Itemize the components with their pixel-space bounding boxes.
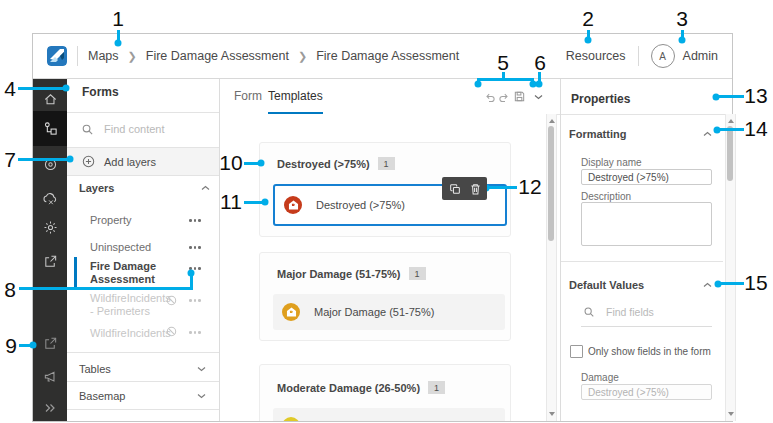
breadcrumb-maps[interactable]: Maps [88, 49, 119, 63]
add-layers-button[interactable]: Add layers [67, 148, 219, 175]
geofence-target-icon[interactable] [33, 149, 67, 179]
tables-section-header[interactable]: Tables [79, 363, 111, 375]
destroyed-symbol-icon [284, 196, 302, 214]
template-group-major-damage: Major Damage (51-75%) 1 Major Damage (51… [259, 252, 511, 341]
delete-icon[interactable] [470, 183, 481, 195]
redo-icon[interactable] [498, 92, 510, 103]
layer-item-wildfire-perimeters[interactable]: WildfireIncidents - Perimeters [90, 292, 168, 318]
callout-line [721, 282, 744, 285]
callout-line [18, 158, 68, 161]
chevron-up-icon[interactable] [703, 131, 712, 137]
damage-field-label: Damage [581, 372, 619, 383]
callout-number: 8 [4, 278, 16, 302]
settings-gear-icon[interactable] [33, 212, 67, 242]
display-name-label: Display name [581, 157, 642, 168]
basemap-section-header[interactable]: Basemap [79, 390, 125, 402]
callout-number: 9 [5, 334, 17, 358]
callout-number: 1 [112, 7, 124, 31]
callout-number: 2 [582, 7, 594, 31]
display-name-input[interactable] [581, 169, 712, 185]
save-icon[interactable] [513, 90, 526, 103]
callout-line [477, 78, 534, 81]
template-hover-toolbar [442, 177, 487, 200]
callout-number: 3 [676, 7, 688, 31]
callout-number: 4 [4, 77, 16, 101]
template-item-moderate-damage[interactable]: Moderate Damage (26-50%) [273, 408, 505, 421]
description-label: Description [581, 191, 631, 202]
forms-icon[interactable] [33, 111, 67, 146]
description-input[interactable] [581, 202, 712, 246]
tab-bar: Form Templates [220, 79, 560, 115]
undo-icon[interactable] [484, 92, 496, 103]
callout-dot [115, 40, 122, 47]
search-icon [81, 123, 94, 136]
plus-circle-icon [82, 155, 95, 168]
user-name: Admin [683, 49, 718, 63]
duplicate-icon[interactable] [449, 183, 461, 195]
offline-cloud-icon[interactable] [33, 183, 67, 213]
formatting-section-header[interactable]: Formatting [569, 128, 626, 140]
layer-item-uninspected[interactable]: Uninspected [90, 241, 151, 254]
layer-options-icon[interactable] [189, 246, 201, 249]
find-fields-input[interactable] [604, 305, 709, 319]
only-show-fields-checkbox[interactable] [570, 345, 583, 358]
feedback-megaphone-icon[interactable] [33, 361, 67, 391]
find-fields-search[interactable] [583, 305, 709, 319]
breadcrumb-map-name[interactable]: Fire Damage Assessment [146, 49, 289, 63]
resources-link[interactable]: Resources [566, 49, 626, 63]
breadcrumb-chevron-icon: ❯ [128, 50, 137, 63]
search-input[interactable] [102, 122, 209, 136]
templates-list: Destroyed (>75%) 1 Destroyed (>75%) [220, 114, 546, 421]
chevron-up-icon[interactable] [201, 185, 210, 191]
layer-item-fire-damage-assessment[interactable]: Fire Damage Assessment [90, 260, 182, 286]
user-menu[interactable]: A Admin [651, 44, 718, 68]
callout-dot [536, 81, 543, 88]
arcgis-logo [47, 46, 67, 66]
template-group-moderate-damage: Moderate Damage (26-50%) 1 Moderate Dama… [259, 364, 511, 421]
launch-icon[interactable] [33, 328, 67, 358]
callout-dot [188, 270, 195, 277]
callout-dot [258, 160, 265, 167]
add-layers-label: Add layers [104, 156, 156, 168]
chevron-up-icon[interactable] [703, 282, 712, 288]
chevron-down-icon[interactable] [534, 94, 543, 100]
properties-panel-title: Properties [571, 92, 630, 106]
callout-number: 14 [744, 117, 767, 141]
layer-options-icon[interactable] [189, 219, 201, 222]
callout-dot [679, 37, 686, 44]
templates-panel: Form Templates [220, 79, 561, 421]
layer-item-property[interactable]: Property [90, 214, 132, 227]
chevron-down-icon[interactable] [197, 366, 206, 372]
group-label: Destroyed (>75%) [277, 158, 370, 170]
callout-line [244, 201, 263, 204]
not-allowed-icon [166, 295, 177, 306]
callout-number: 12 [518, 175, 541, 199]
damage-field-input[interactable] [581, 384, 712, 400]
screenshot-stage: Maps ❯ Fire Damage Assessment ❯ Fire Dam… [0, 0, 773, 423]
avatar: A [651, 44, 675, 68]
layer-options-icon[interactable] [189, 331, 201, 334]
callout-line [719, 95, 744, 98]
chevron-down-icon[interactable] [197, 393, 206, 399]
layers-section-header[interactable]: Layers [79, 182, 114, 194]
default-values-section-header[interactable]: Default Values [569, 279, 644, 291]
group-count-badge: 1 [409, 267, 426, 280]
callout-dot [30, 342, 37, 349]
tab-templates[interactable]: Templates [268, 79, 323, 114]
template-item-major-damage[interactable]: Major Damage (51-75%) [273, 294, 505, 330]
header-divider [638, 46, 639, 66]
layer-item-wildfireincidents[interactable]: WildfireIncidents [90, 327, 171, 340]
expand-chevrons-icon[interactable] [33, 393, 67, 423]
left-icon-rail [33, 79, 67, 421]
forms-panel-title: Forms [82, 85, 119, 99]
templates-scrollbar[interactable] [546, 114, 557, 421]
callout-number: 13 [744, 84, 767, 108]
callout-number: 11 [220, 190, 242, 214]
sharing-icon[interactable] [33, 246, 67, 276]
layer-options-icon[interactable] [189, 299, 201, 302]
properties-scrollbar[interactable] [725, 114, 736, 421]
callout-dot [63, 85, 70, 92]
find-content-search[interactable] [81, 122, 209, 136]
template-item-label: Destroyed (>75%) [316, 199, 405, 211]
tab-form[interactable]: Form [234, 79, 262, 112]
